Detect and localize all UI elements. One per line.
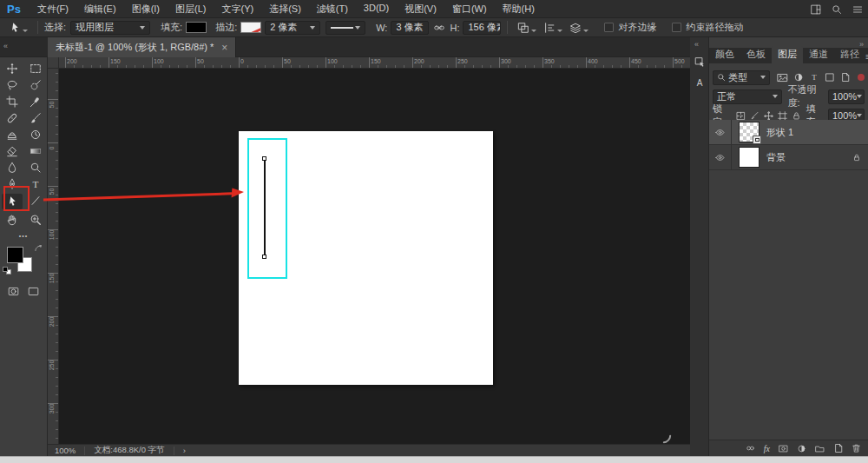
visibility-toggle[interactable] xyxy=(709,120,732,144)
align-edges-checkbox[interactable]: 对齐边缘 xyxy=(604,21,656,34)
vertical-ruler[interactable]: 50050100150200250300 xyxy=(48,69,59,444)
character-panel-icon[interactable]: A xyxy=(693,76,707,89)
collapse-toolbar-icon[interactable]: « xyxy=(3,42,9,50)
properties-panel-icon[interactable] xyxy=(693,55,707,69)
menu-item[interactable]: 选择(S) xyxy=(261,3,309,16)
path-operations-button[interactable] xyxy=(517,22,536,34)
history-brush-tool[interactable] xyxy=(25,128,46,141)
stroke-swatch[interactable] xyxy=(240,22,261,33)
status-expand-icon[interactable]: › xyxy=(183,446,186,455)
line-shape[interactable] xyxy=(264,159,266,257)
dodge-tool[interactable] xyxy=(25,161,46,174)
path-arrangement-button[interactable] xyxy=(569,22,589,34)
filter-type-layers-icon[interactable]: T xyxy=(809,72,819,83)
ruler-origin-corner[interactable] xyxy=(48,57,59,69)
move-tool[interactable] xyxy=(2,62,23,75)
brush-tool[interactable] xyxy=(25,111,46,124)
zoom-tool[interactable] xyxy=(25,213,46,226)
anchor-point-top[interactable] xyxy=(262,156,266,161)
panel-tab[interactable]: 通道 xyxy=(803,46,834,63)
zoom-level-field[interactable]: 100% xyxy=(55,446,76,455)
lock-artboard-icon[interactable] xyxy=(778,111,787,121)
filter-shape-layers-icon[interactable] xyxy=(825,72,835,83)
stroke-type-dropdown[interactable] xyxy=(326,21,365,35)
quick-mask-icon[interactable] xyxy=(7,286,20,297)
menu-item[interactable]: 视图(V) xyxy=(397,3,444,16)
menu-item[interactable]: 滤镜(T) xyxy=(309,3,356,16)
lock-icon xyxy=(852,153,861,162)
search-icon[interactable] xyxy=(832,4,842,15)
lock-pixels-icon[interactable] xyxy=(750,111,760,121)
filter-type-dropdown[interactable]: 类型 xyxy=(713,70,770,85)
link-dimensions-icon[interactable] xyxy=(433,23,445,33)
eyedropper-tool[interactable] xyxy=(25,95,46,108)
horizontal-ruler[interactable]: 2001501005005010015020025030035040045050… xyxy=(48,57,690,69)
default-colors-icon[interactable] xyxy=(3,267,11,274)
adjustment-layer-icon[interactable] xyxy=(797,444,806,453)
screen-mode-icon[interactable] xyxy=(27,286,40,297)
constrain-path-checkbox[interactable]: 约束路径拖动 xyxy=(672,21,743,34)
visibility-toggle[interactable] xyxy=(709,145,732,169)
layer-row-shape1[interactable]: 形状 1 xyxy=(709,120,868,145)
anchor-point-bottom[interactable] xyxy=(262,255,266,259)
menu-item[interactable]: 窗口(W) xyxy=(444,3,495,16)
gradient-tool[interactable] xyxy=(25,144,46,157)
layer-thumbnail[interactable] xyxy=(739,147,760,168)
filter-smart-objects-icon[interactable] xyxy=(840,72,851,83)
layer-row-background[interactable]: 背景 xyxy=(709,145,868,170)
eraser-tool[interactable] xyxy=(2,144,23,157)
menu-item[interactable]: 文件(F) xyxy=(30,3,76,16)
layer-thumbnail[interactable] xyxy=(739,122,760,142)
panel-tab[interactable]: 色板 xyxy=(740,46,772,63)
layer-style-icon[interactable]: fx xyxy=(764,444,770,453)
spot-healing-brush-tool[interactable] xyxy=(2,111,23,124)
filter-toggle-icon[interactable] xyxy=(858,74,865,81)
layer-name[interactable]: 背景 xyxy=(766,151,786,164)
swap-colors-icon[interactable] xyxy=(34,244,43,253)
menu-item[interactable]: 3D(D) xyxy=(356,3,397,16)
new-group-icon[interactable] xyxy=(814,444,825,453)
shape-width-input[interactable]: 3 像素 xyxy=(391,21,429,35)
expand-panels-icon[interactable]: « xyxy=(694,40,700,49)
lock-transparency-icon[interactable] xyxy=(736,111,746,121)
quick-selection-tool[interactable] xyxy=(25,78,46,91)
lock-position-icon[interactable] xyxy=(764,111,773,121)
menu-item[interactable]: 图像(I) xyxy=(124,3,168,16)
delete-layer-icon[interactable] xyxy=(852,443,861,453)
opacity-dropdown[interactable]: 100% xyxy=(828,89,865,104)
hand-tool[interactable] xyxy=(2,213,23,226)
layer-name[interactable]: 形状 1 xyxy=(766,126,793,139)
panel-tab[interactable]: 颜色 xyxy=(709,46,740,63)
tool-preset-button[interactable] xyxy=(9,22,28,34)
path-alignment-button[interactable] xyxy=(543,22,562,34)
menu-item[interactable]: 文字(Y) xyxy=(214,3,261,16)
shape-selection-box[interactable] xyxy=(247,138,287,279)
foreground-color-swatch[interactable] xyxy=(7,247,23,263)
edit-toolbar-icon[interactable]: ••• xyxy=(0,233,47,239)
document-tab[interactable]: 未标题-1 @ 100% (形状 1, RGB/8#) * × xyxy=(48,37,236,57)
blend-mode-dropdown[interactable]: 正常 xyxy=(713,89,782,104)
workspace-icon[interactable] xyxy=(811,4,821,15)
shape-height-input[interactable]: 156 像素 xyxy=(463,21,501,35)
close-tab-icon[interactable]: × xyxy=(221,43,227,53)
link-layers-icon[interactable] xyxy=(745,444,756,453)
lock-all-icon[interactable] xyxy=(792,111,801,121)
menu-item[interactable]: 编辑(E) xyxy=(76,3,124,16)
stroke-width-dropdown[interactable]: 2 像素 xyxy=(265,21,320,35)
filter-pixel-layers-icon[interactable] xyxy=(777,72,788,83)
rectangular-marquee-tool[interactable] xyxy=(25,62,46,75)
panel-tab[interactable]: 路径 xyxy=(834,46,865,63)
clone-stamp-tool[interactable] xyxy=(2,128,23,141)
filter-adjustment-layers-icon[interactable] xyxy=(793,72,804,83)
add-mask-icon[interactable] xyxy=(778,444,789,453)
menu-item[interactable]: 图层(L) xyxy=(168,3,214,16)
lasso-tool[interactable] xyxy=(2,78,23,91)
new-layer-icon[interactable] xyxy=(833,443,844,453)
panel-tab[interactable]: 图层 xyxy=(772,46,803,63)
crop-tool[interactable] xyxy=(2,95,23,108)
select-mode-dropdown[interactable]: 现用图层 xyxy=(70,21,150,35)
menu-icon[interactable] xyxy=(852,4,863,15)
menu-item[interactable]: 帮助(H) xyxy=(495,3,542,16)
blur-tool[interactable] xyxy=(2,161,23,174)
fill-swatch[interactable] xyxy=(186,22,207,33)
